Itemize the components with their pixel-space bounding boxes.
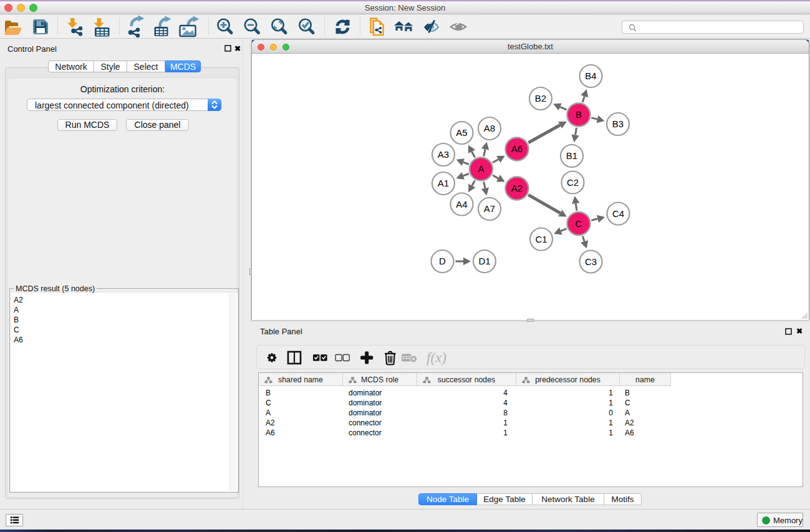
svg-text:A7: A7 bbox=[484, 203, 495, 214]
svg-text:B3: B3 bbox=[612, 118, 624, 129]
svg-text:D: D bbox=[439, 256, 446, 266]
svg-text:B: B bbox=[576, 109, 582, 120]
svg-text:A8: A8 bbox=[484, 123, 495, 133]
svg-text:C1: C1 bbox=[535, 234, 547, 244]
svg-text:D1: D1 bbox=[478, 256, 490, 266]
svg-text:C3: C3 bbox=[585, 256, 597, 267]
svg-text:C2: C2 bbox=[567, 177, 579, 188]
svg-text:f(x): f(x) bbox=[427, 350, 446, 365]
svg-text:B2: B2 bbox=[535, 93, 546, 104]
svg-text:A3: A3 bbox=[438, 149, 449, 160]
svg-text:B4: B4 bbox=[585, 70, 596, 81]
svg-text:C: C bbox=[576, 218, 582, 229]
svg-text:A1: A1 bbox=[438, 178, 449, 188]
svg-text:A4: A4 bbox=[456, 199, 467, 210]
svg-text:B1: B1 bbox=[566, 150, 577, 161]
svg-text:C4: C4 bbox=[612, 208, 624, 219]
svg-text:A2: A2 bbox=[511, 183, 523, 193]
svg-text:A6: A6 bbox=[511, 143, 523, 154]
svg-text:A5: A5 bbox=[456, 127, 467, 138]
svg-text:A: A bbox=[478, 163, 484, 174]
